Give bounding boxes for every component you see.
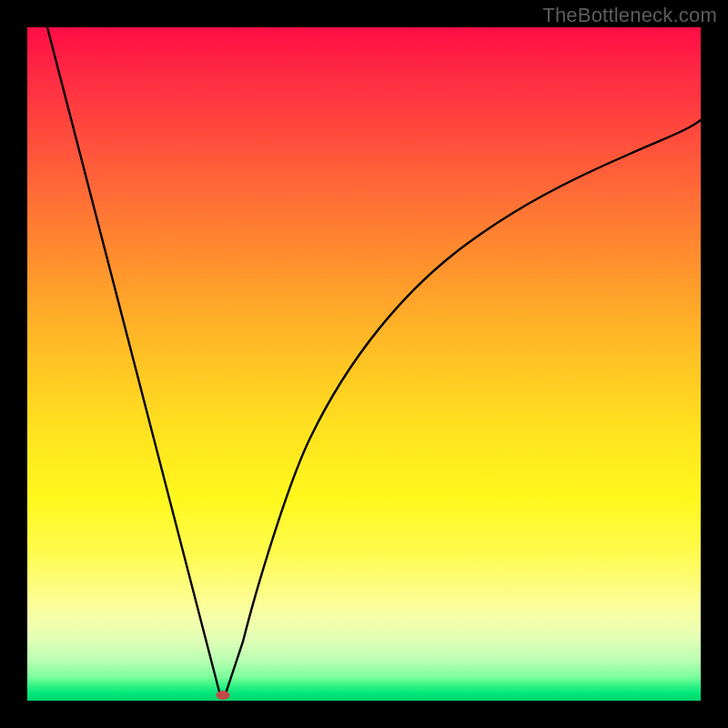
left-branch-path <box>47 27 220 695</box>
right-branch-path <box>226 120 701 693</box>
plot-area <box>27 27 701 701</box>
curve-layer <box>27 27 701 701</box>
minimum-marker <box>216 691 229 700</box>
chart-container: TheBottleneck.com <box>0 0 728 728</box>
watermark-text: TheBottleneck.com <box>542 4 717 27</box>
